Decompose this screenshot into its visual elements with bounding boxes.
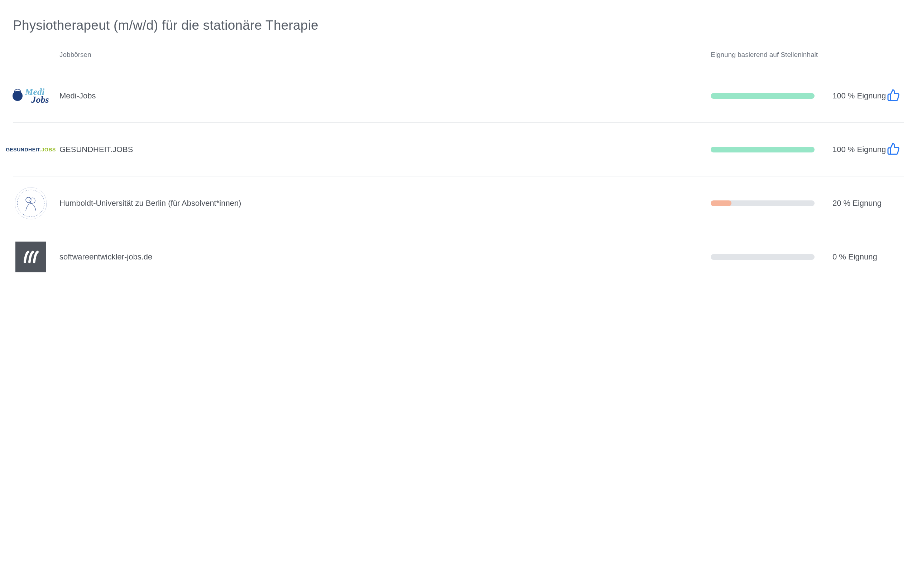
suitability-bar (711, 254, 815, 260)
jobboard-name: GESUNDHEIT.JOBS (60, 145, 133, 154)
page-title: Physiotherapeut (m/w/d) für die stationä… (13, 18, 904, 33)
svg-point-2 (26, 197, 31, 203)
suitability-bar (711, 93, 815, 99)
table-row: GESUNDHEIT.JOBSGESUNDHEIT.JOBS100 % Eign… (13, 123, 904, 176)
suitability-percent: 100 % Eignung (833, 145, 886, 154)
suitability-percent: 20 % Eignung (833, 199, 881, 208)
col-header-suitability: Eignung basierend auf Stelleninhalt (711, 51, 818, 59)
thumbs-up-icon[interactable] (887, 89, 900, 103)
jobboard-name: Humboldt-Universität zu Berlin (für Abso… (60, 199, 241, 208)
jobboard-name: softwareentwickler-jobs.de (60, 252, 152, 261)
suitability-bar (711, 200, 815, 206)
medi-jobs-logo: MediJobs (13, 87, 49, 105)
softwareentwickler-jobs-logo (15, 242, 46, 272)
humboldt-universitaet-logo (14, 186, 48, 220)
table-row: softwareentwickler-jobs.de0 % Eignung (13, 230, 904, 284)
table-row: MediJobsMedi-Jobs100 % Eignung (13, 69, 904, 123)
svg-point-3 (30, 197, 35, 203)
suitability-bar (711, 147, 815, 152)
jobboard-name: Medi-Jobs (60, 91, 96, 100)
suitability-percent: 0 % Eignung (833, 252, 877, 261)
thumbs-up-icon[interactable] (887, 142, 900, 157)
gesundheit-jobs-logo: GESUNDHEIT.JOBS (6, 147, 56, 152)
table-header-row: Jobbörsen Eignung basierend auf Stelleni… (13, 51, 904, 69)
table-row: Humboldt-Universität zu Berlin (für Abso… (13, 176, 904, 230)
col-header-jobboards: Jobbörsen (60, 51, 711, 59)
suitability-percent: 100 % Eignung (833, 91, 886, 100)
